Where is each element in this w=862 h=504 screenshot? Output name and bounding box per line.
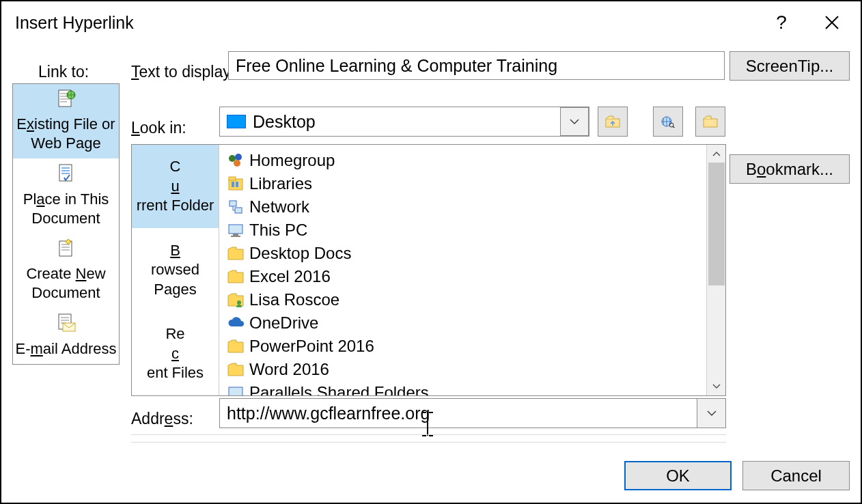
dialog-button-row: OK Cancel — [624, 461, 850, 490]
scrollbar[interactable] — [706, 145, 725, 395]
look-in-dropdown-button[interactable] — [560, 107, 589, 136]
email-icon — [56, 312, 77, 337]
folder-icon — [225, 268, 247, 285]
svg-point-12 — [234, 160, 240, 167]
svg-rect-18 — [235, 208, 242, 213]
file-item[interactable]: Parallels Shared Folders — [225, 381, 723, 395]
linkto-create-new[interactable]: Create New Document — [13, 234, 119, 308]
file-item[interactable]: Lisa Roscoe — [225, 288, 723, 311]
dialog-title: Insert Hyperlink — [15, 13, 134, 33]
file-name: Parallels Shared Folders — [249, 383, 429, 395]
link-to-sidebar: Existing File or Web Page Place in This … — [12, 83, 120, 365]
file-item[interactable]: OneDrive — [225, 311, 723, 335]
svg-rect-9 — [704, 119, 717, 127]
linkto-label: E-mail Address — [14, 339, 117, 359]
userfolder-icon — [225, 291, 247, 309]
file-name: Word 2016 — [249, 360, 329, 379]
file-item[interactable]: Libraries — [225, 172, 723, 195]
insert-hyperlink-dialog: Insert Hyperlink ? Link to: Existing Fil… — [0, 0, 862, 504]
scroll-up-button[interactable] — [707, 145, 725, 163]
libraries-icon — [225, 175, 247, 193]
separator — [131, 442, 726, 443]
nav-current-folder[interactable]: Current Folder — [132, 145, 219, 228]
desktop-icon — [227, 115, 246, 128]
thispc-icon — [225, 221, 247, 239]
text-to-display-input[interactable] — [228, 51, 725, 80]
cancel-button[interactable]: Cancel — [742, 461, 850, 490]
new-document-icon — [56, 238, 77, 263]
linkto-place-in-document[interactable]: Place in This Document — [13, 158, 119, 233]
close-button[interactable] — [817, 8, 847, 38]
text-to-display-label: Text to display: — [131, 63, 235, 81]
linkto-label: Create New Document — [14, 264, 117, 303]
svg-rect-2 — [59, 165, 72, 181]
file-name: Homegroup — [249, 151, 335, 170]
folder-icon — [225, 244, 247, 262]
help-button[interactable]: ? — [766, 8, 796, 38]
file-name: PowerPoint 2016 — [249, 337, 374, 356]
document-target-icon — [56, 163, 77, 188]
file-item[interactable]: Word 2016 — [225, 358, 723, 381]
linkto-existing-file[interactable]: Existing File or Web Page — [13, 84, 119, 158]
bookmark-button[interactable]: Bookmark... — [729, 154, 850, 184]
look-in-combo[interactable]: Desktop — [219, 107, 589, 137]
up-one-level-button[interactable] — [598, 107, 628, 137]
file-name: Excel 2016 — [249, 267, 331, 286]
browse-web-button[interactable] — [653, 107, 683, 137]
file-item[interactable]: Network — [225, 195, 723, 219]
screentip-button[interactable]: ScreenTip... — [729, 51, 850, 81]
linkto-label: Existing File or Web Page — [14, 115, 117, 153]
file-name: Lisa Roscoe — [249, 290, 339, 309]
address-label: Address: — [131, 410, 193, 428]
file-name: Libraries — [249, 174, 312, 193]
address-dropdown-button[interactable] — [697, 399, 725, 428]
linkto-label: Place in This Document — [14, 190, 117, 228]
page-globe-icon — [56, 88, 77, 113]
titlebar: Insert Hyperlink ? — [1, 1, 861, 44]
onedrive-icon — [225, 314, 247, 332]
homegroup-icon — [225, 152, 247, 169]
svg-point-11 — [235, 154, 242, 160]
look-in-value: Desktop — [253, 112, 316, 132]
file-list[interactable]: HomegroupLibrariesNetworkThis PCDesktop … — [219, 145, 725, 395]
file-name: OneDrive — [249, 313, 318, 333]
svg-rect-21 — [231, 236, 240, 237]
svg-rect-20 — [233, 234, 238, 236]
file-browser: Current Folder Browsed Pages Recent File… — [131, 144, 726, 396]
svg-point-22 — [237, 300, 241, 305]
network-icon — [225, 198, 247, 216]
folder-icon — [225, 361, 247, 378]
scroll-down-button[interactable] — [707, 378, 725, 395]
nav-browsed-pages[interactable]: Browsed Pages — [132, 228, 219, 311]
file-item[interactable]: Homegroup — [225, 149, 723, 172]
svg-rect-15 — [232, 182, 234, 187]
nav-recent-files[interactable]: Recent Files — [132, 312, 219, 395]
svg-rect-19 — [229, 225, 242, 234]
separator — [131, 434, 726, 435]
link-to-label: Link to: — [38, 63, 89, 81]
scroll-thumb[interactable] — [708, 163, 725, 285]
browse-nav-column: Current Folder Browsed Pages Recent File… — [132, 145, 219, 395]
thispc-icon — [225, 384, 247, 395]
new-folder-button[interactable] — [695, 107, 725, 137]
file-item[interactable]: This PC — [225, 219, 723, 242]
file-item[interactable]: PowerPoint 2016 — [225, 335, 723, 358]
look-in-label: Look in: — [131, 119, 186, 137]
file-item[interactable]: Desktop Docs — [225, 242, 723, 265]
folder-icon — [225, 337, 247, 355]
file-name: This PC — [249, 221, 307, 240]
file-item[interactable]: Excel 2016 — [225, 265, 723, 288]
svg-rect-14 — [229, 177, 236, 180]
svg-rect-23 — [229, 387, 242, 395]
linkto-email[interactable]: E-mail Address — [13, 308, 119, 363]
svg-rect-17 — [230, 201, 236, 206]
svg-rect-16 — [236, 182, 238, 187]
file-name: Network — [249, 197, 309, 216]
file-name: Desktop Docs — [249, 244, 351, 263]
address-input[interactable] — [220, 399, 697, 428]
ok-button[interactable]: OK — [624, 461, 732, 490]
address-combo — [219, 398, 726, 428]
